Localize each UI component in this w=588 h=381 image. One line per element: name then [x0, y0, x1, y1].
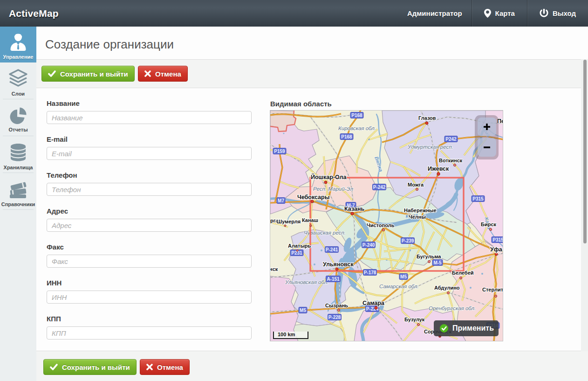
svg-text:нск: нск — [270, 266, 278, 272]
svg-text:Бирск: Бирск — [481, 222, 497, 227]
svg-text:Можга: Можга — [408, 182, 424, 187]
svg-text:Р-242: Р-242 — [373, 185, 386, 190]
svg-text:Ижевск: Ижевск — [428, 166, 449, 172]
svg-text:Бузулук: Бузулук — [404, 317, 425, 322]
svg-text:Челны: Челны — [409, 214, 426, 220]
svg-text:Шумерля: Шумерля — [277, 219, 301, 224]
svg-text:Чистополь: Чистополь — [367, 222, 395, 228]
svg-text:Абдулино: Абдулино — [434, 285, 460, 291]
svg-text:Самарская обл.: Самарская обл. — [379, 284, 419, 289]
svg-text:Ульяновск: Ульяновск — [323, 261, 354, 268]
svg-text:Р-239: Р-239 — [402, 238, 414, 243]
svg-text:Белебей: Белебей — [452, 270, 474, 276]
svg-text:Йошкар-Ола: Йошкар-Ола — [311, 173, 347, 180]
svg-text:Самара: Самара — [362, 300, 385, 306]
svg-text:М-5: М-5 — [433, 260, 442, 265]
svg-text:Кировская обл.: Кировская обл. — [338, 125, 376, 131]
svg-text:Алатырь: Алатырь — [288, 243, 311, 249]
svg-text:Респ. Марий-Эл: Респ. Марий-Эл — [313, 186, 353, 192]
svg-text:Воткинск: Воткинск — [439, 158, 463, 163]
svg-text:Р168: Р168 — [351, 113, 362, 118]
svg-text:Оренбургская обл.: Оренбургская обл. — [429, 305, 476, 311]
svg-text:Удмуртская респ.: Удмуртская респ. — [407, 144, 453, 150]
svg-text:Бугульма: Бугульма — [417, 254, 441, 259]
svg-text:Набережные: Набережные — [404, 208, 437, 213]
svg-text:Чебоксары: Чебоксары — [297, 194, 329, 201]
svg-text:Р242: Р242 — [445, 137, 457, 142]
svg-text:М5: М5 — [400, 274, 407, 279]
svg-text:Ульяновская обл.: Ульяновская обл. — [285, 279, 328, 285]
svg-text:Р-228: Р-228 — [328, 315, 341, 320]
svg-text:Канаш: Канаш — [302, 217, 318, 223]
svg-text:Казань: Казань — [344, 206, 364, 212]
svg-text:М5: М5 — [300, 308, 306, 313]
svg-text:Уфа: Уфа — [490, 246, 503, 253]
svg-text:Сызрань: Сызрань — [325, 303, 348, 308]
svg-text:Р-240: Р-240 — [362, 242, 375, 248]
svg-text:Р168: Р168 — [341, 134, 352, 139]
svg-text:Стерлитамак: Стерлитамак — [482, 287, 503, 292]
svg-text:Р315: Р315 — [472, 196, 484, 201]
svg-text:Р159: Р159 — [274, 149, 285, 154]
svg-text:Р315: Р315 — [492, 237, 503, 242]
svg-text:Р-178: Р-178 — [364, 270, 376, 275]
svg-text:А-151: А-151 — [327, 277, 340, 282]
svg-text:Р-241: Р-241 — [326, 247, 338, 252]
svg-text:Глазов: Глазов — [418, 115, 436, 121]
svg-text:М7: М7 — [278, 198, 284, 203]
